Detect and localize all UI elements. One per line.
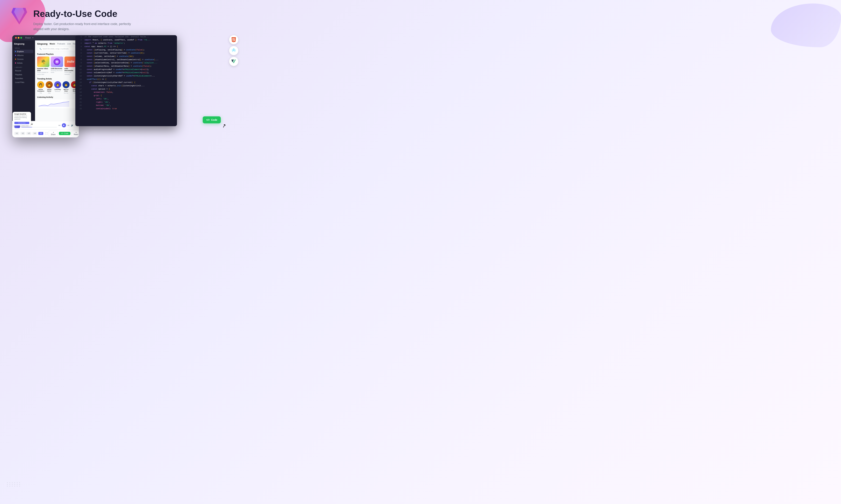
fullscreen-icon[interactable]: ⛶ bbox=[45, 132, 48, 135]
local-files-label: Local Files bbox=[15, 81, 24, 83]
line-num-13: 13 bbox=[78, 74, 82, 77]
albums-dot bbox=[15, 55, 16, 56]
framework-button[interactable]: ⚛ React bbox=[71, 131, 79, 136]
line-content-22: bottom: '3%', bbox=[84, 104, 175, 107]
line-num-6: 6 bbox=[78, 51, 82, 55]
artist-name-1: James Carter bbox=[46, 89, 53, 92]
line-content-4: const App: React.FC = () => { bbox=[84, 45, 175, 48]
line-num-3: 3 bbox=[78, 42, 82, 45]
artist-genre-0: Pop bbox=[39, 92, 42, 94]
code-line-16: 16 const chart = echarts.init(listeningA… bbox=[75, 84, 177, 88]
app-titlebar: React ▾ bbox=[12, 35, 79, 40]
code-line-5: 5 const [isPlaying, setIsPlaying] = useS… bbox=[75, 48, 177, 52]
sidebar-item-genres[interactable]: Genres bbox=[14, 57, 33, 61]
app-nav-title: Singsong bbox=[37, 42, 48, 45]
tab-live[interactable]: Live bbox=[67, 43, 71, 45]
version-v4[interactable]: V4 bbox=[32, 132, 37, 135]
playlist-thumb-summer: 🌴 bbox=[37, 56, 49, 67]
code-line-19: 19 grid: { bbox=[75, 94, 177, 97]
tab-podcasts[interactable]: Podcasts bbox=[57, 43, 65, 45]
artists-dot bbox=[15, 62, 16, 64]
line-content-17: const option = { bbox=[84, 88, 175, 91]
sidebar-item-artists[interactable]: Artists bbox=[14, 61, 33, 65]
line-num-15: 15 bbox=[78, 81, 82, 84]
sidebar-item-explore[interactable]: Explore bbox=[14, 50, 33, 53]
code-line-18: 18 animation: false, bbox=[75, 91, 177, 94]
dot bbox=[14, 486, 15, 486]
close-btn[interactable] bbox=[15, 37, 17, 39]
code-float-label: Code bbox=[211, 119, 217, 121]
minimize-btn[interactable] bbox=[18, 37, 19, 39]
code-line-15: 15 if (listeningActivityChartRef.current… bbox=[75, 81, 177, 84]
artist-avatar-3: 👨 bbox=[63, 81, 70, 88]
search-icon: 🔍 bbox=[39, 48, 41, 50]
version-v5[interactable]: V5 bbox=[38, 132, 43, 135]
play-button[interactable]: ▶ bbox=[62, 123, 66, 127]
dot bbox=[19, 486, 20, 486]
search-bar[interactable]: 🔍 Search for artists, songs, or podcasts bbox=[37, 47, 77, 51]
playlist-name-2: Indie Discoveries bbox=[65, 68, 77, 72]
version-v3[interactable]: V3 bbox=[26, 132, 31, 135]
code-btn-label: Code bbox=[64, 132, 68, 134]
line-num-17: 17 bbox=[78, 88, 82, 91]
artist-item-3[interactable]: 👨 Marcus Chen Hip Hop bbox=[63, 81, 70, 94]
page-title: Ready-to-Use Code bbox=[33, 9, 138, 19]
code-line-6: 6 const [currentTime, setCurrentTime] = … bbox=[75, 51, 177, 55]
line-num-2: 2 bbox=[78, 38, 82, 41]
line-content-14: useEffect(() => { bbox=[84, 78, 175, 81]
version-v1[interactable]: V1 bbox=[14, 132, 19, 135]
version-bar: V1 V2 V3 V4 V5 ⛶ ↗ Share </> Code ⚛ Reac… bbox=[12, 129, 79, 137]
code-content: 1 // The exported code uses Tailwind CSS… bbox=[75, 35, 177, 126]
line-num-8: 8 bbox=[78, 58, 82, 61]
code-panel: 1 // The exported code uses Tailwind CSS… bbox=[75, 35, 177, 126]
maximize-btn[interactable] bbox=[20, 37, 22, 39]
sidebar-item-recent[interactable]: Recent bbox=[14, 69, 33, 72]
share-button[interactable]: ↗ Share bbox=[49, 131, 58, 136]
playlist-card-0[interactable]: 🌴 Summer Vibes 2025 Perfect playlist for… bbox=[37, 56, 49, 75]
titlebar-chevron-icon: ▾ bbox=[32, 37, 33, 39]
dot bbox=[7, 486, 8, 486]
recent-label: Recent bbox=[15, 70, 21, 72]
playlist-card-1[interactable]: Chill Electronic Relaxing electronic bea… bbox=[51, 56, 63, 75]
code-float-button[interactable]: </> Code bbox=[203, 116, 221, 123]
player-progress-bar[interactable] bbox=[21, 127, 57, 127]
volume-button[interactable]: 🔊 bbox=[71, 124, 73, 127]
prev-button[interactable]: ⏮ bbox=[58, 124, 61, 127]
line-content-10: const [showUserMenu, setShowUserMenu] = … bbox=[84, 65, 175, 68]
code-line-23: 23 containLabel: true bbox=[75, 107, 177, 110]
sidebar-item-favorites[interactable]: Favorites bbox=[14, 77, 33, 80]
sidebar-item-playlists[interactable]: Playlists bbox=[14, 73, 33, 76]
line-content-18: animation: false, bbox=[84, 91, 175, 94]
sidebar-item-albums[interactable]: Albums bbox=[14, 54, 33, 57]
artist-item-0[interactable]: 👩 Emma Thompson Pop bbox=[37, 81, 44, 94]
code-button[interactable]: </> Code bbox=[59, 132, 70, 135]
vue-icon bbox=[231, 59, 236, 64]
albums-label: Albums bbox=[17, 54, 24, 56]
artist-name-2: Luna Ray bbox=[54, 89, 61, 90]
dot bbox=[10, 484, 10, 485]
playlists-label: Playlists bbox=[15, 73, 22, 76]
version-v2[interactable]: V2 bbox=[20, 132, 25, 135]
artist-item-1[interactable]: 👨 James Carter R&B bbox=[46, 81, 53, 94]
app-body: Singsong MENU Explore Albums Genres bbox=[12, 40, 79, 121]
playlist-card-2[interactable]: indie Indie Discoveries Fresh indie rele… bbox=[65, 56, 77, 75]
window-controls bbox=[15, 37, 22, 39]
line-num-7: 7 bbox=[78, 55, 82, 58]
player-controls: ⏮ ▶ ⏭ 🔊 ↺ bbox=[58, 123, 77, 127]
artist-avatar-2: 👩 bbox=[54, 81, 61, 88]
artist-item-2[interactable]: 👩 Luna Ray Electronic bbox=[54, 81, 61, 94]
html5-badge bbox=[229, 35, 238, 44]
sidebar-item-local[interactable]: Local Files bbox=[14, 80, 33, 84]
line-content-12: const volumeControlRef = useRef<HTMLDivE… bbox=[84, 71, 175, 74]
code-float-icon: </> bbox=[206, 119, 210, 121]
content-area: React ▾ Singsong MENU Explore Albums bbox=[11, 35, 235, 137]
tech-badges bbox=[229, 35, 238, 66]
favorites-label: Favorites bbox=[15, 77, 23, 79]
artist-genre-1: R&B bbox=[48, 92, 50, 94]
progress-fill bbox=[21, 127, 32, 127]
tab-music[interactable]: Music bbox=[50, 43, 55, 45]
activity-section: Listening Activity bbox=[37, 96, 77, 108]
next-button[interactable]: ⏭ bbox=[67, 124, 70, 127]
line-num-5: 5 bbox=[78, 48, 82, 51]
code-line-4: 4 const App: React.FC = () => { bbox=[75, 45, 177, 48]
